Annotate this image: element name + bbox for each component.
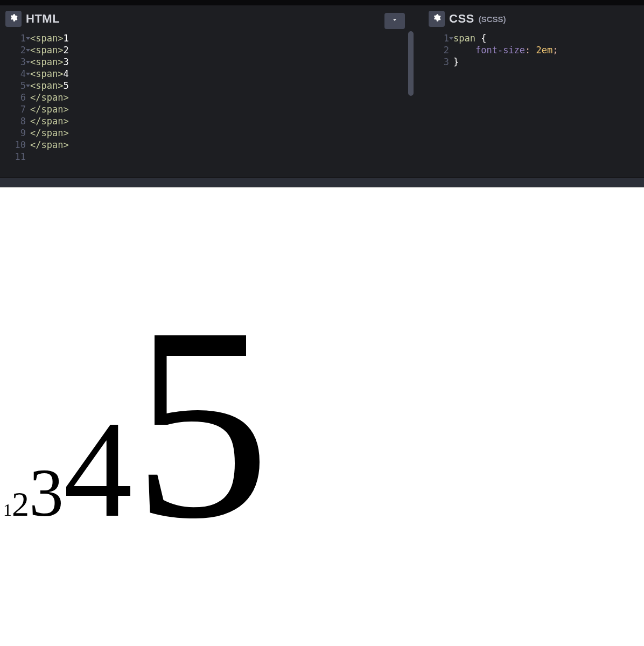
panel-css-title: CSS xyxy=(449,12,474,26)
output-digit-5: 5 xyxy=(132,270,270,575)
css-editor[interactable]: 123 span { font-size: 2em;} xyxy=(423,31,644,178)
css-settings-button[interactable] xyxy=(429,11,445,27)
html-editor[interactable]: 1234567891011 <span>1<span>2<span>3<span… xyxy=(0,31,415,178)
html-code[interactable]: <span>1<span>2<span>3<span>4<span>5</spa… xyxy=(30,32,415,178)
panel-css: CSS (SCSS) 123 span { font-size: 2em;} xyxy=(423,9,644,178)
gear-icon xyxy=(9,13,18,24)
css-gutter: 123 xyxy=(423,32,453,178)
output-digit-2: 2 xyxy=(12,485,29,523)
panel-html: HTML 1234567891011 <span>1<span>2<span>3… xyxy=(0,9,415,178)
output-span-5: 5 xyxy=(132,270,270,575)
output-digit-1: 1 xyxy=(3,500,12,519)
css-code[interactable]: span { font-size: 2em;} xyxy=(453,32,644,178)
html-panel-menu-button[interactable] xyxy=(384,13,405,29)
chevron-down-icon xyxy=(391,16,398,26)
output-preview: 12345 xyxy=(0,187,644,646)
panel-html-title: HTML xyxy=(26,12,60,26)
output-span-1: 12345 xyxy=(3,500,270,519)
gear-icon xyxy=(432,13,441,24)
output-digit-3: 3 xyxy=(29,454,64,531)
panel-css-subtitle: (SCSS) xyxy=(479,15,506,24)
output-span-3: 345 xyxy=(29,454,270,531)
output-content: 12345 xyxy=(3,264,270,581)
panel-html-header: HTML xyxy=(0,9,415,31)
window-top-strip xyxy=(0,0,644,5)
html-settings-button[interactable] xyxy=(5,11,22,27)
html-gutter: 1234567891011 xyxy=(0,32,30,178)
panel-resizer[interactable] xyxy=(0,178,644,187)
editor-panels: HTML 1234567891011 <span>1<span>2<span>3… xyxy=(0,5,644,178)
output-span-2: 2345 xyxy=(12,485,270,523)
output-span-4: 45 xyxy=(64,393,270,545)
panel-css-header: CSS (SCSS) xyxy=(423,9,644,31)
scrollbar-thumb[interactable] xyxy=(408,31,414,96)
output-digit-4: 4 xyxy=(64,393,132,545)
